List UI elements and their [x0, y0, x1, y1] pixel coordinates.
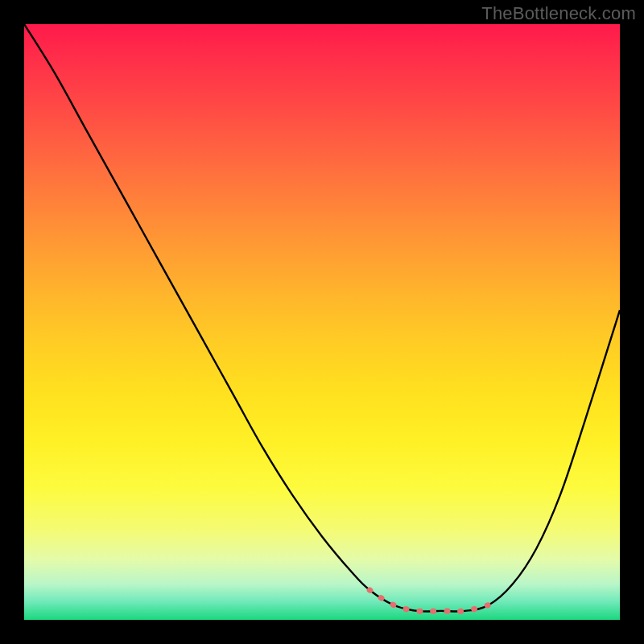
plot-area: [24, 24, 620, 620]
watermark-text: TheBottleneck.com: [481, 3, 636, 24]
chart-frame: TheBottleneck.com: [0, 0, 644, 644]
bottleneck-curve: [24, 24, 620, 620]
curve-path: [24, 24, 620, 611]
valley-dash-path: [369, 590, 489, 611]
